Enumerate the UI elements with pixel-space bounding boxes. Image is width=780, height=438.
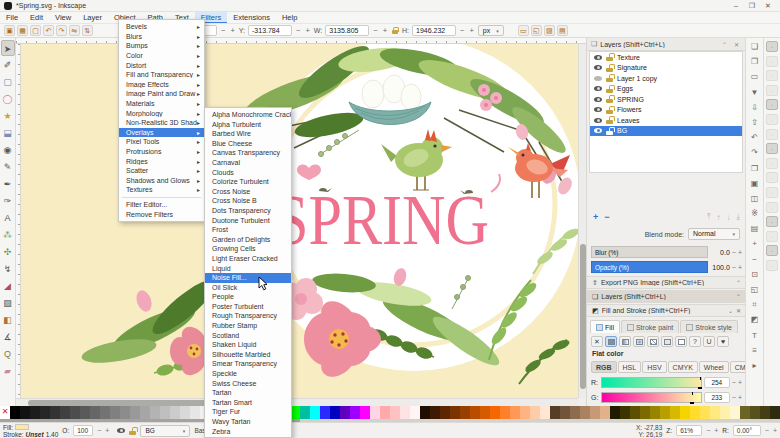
opacity-minus-button[interactable]: −: [732, 264, 736, 271]
menu-edit[interactable]: Edit: [24, 12, 49, 23]
palette-swatch[interactable]: [470, 406, 480, 419]
layer-visibility-toggle[interactable]: [594, 65, 602, 70]
color-tab-wheel[interactable]: Wheel: [699, 361, 729, 373]
menu-view[interactable]: View: [49, 12, 77, 23]
canvas[interactable]: SPRING: [21, 44, 578, 398]
overlays-menu-item[interactable]: Speckle: [205, 369, 291, 379]
overlays-menu-item[interactable]: Dots Transparency: [205, 206, 291, 216]
color-value-input[interactable]: 254: [704, 377, 730, 388]
overlays-menu-item[interactable]: Noise Fill...: [205, 273, 291, 283]
palette-swatch[interactable]: [160, 406, 170, 419]
overlays-menu-item[interactable]: Zebra: [205, 427, 291, 437]
layer-lock-toggle[interactable]: [606, 116, 613, 124]
clone-button[interactable]: ※: [748, 207, 762, 220]
value-minus-button[interactable]: −: [732, 379, 736, 386]
text-dialog-button[interactable]: T: [748, 329, 762, 342]
import-button[interactable]: ⇩: [748, 101, 762, 114]
color-tab-cmyk[interactable]: CMYK: [668, 361, 698, 373]
snap-path-intersection-toggle[interactable]: ·: [766, 129, 778, 140]
overlays-menu-item[interactable]: Light Eraser Cracked: [205, 254, 291, 264]
add-layer-button[interactable]: +: [593, 212, 598, 222]
filters-menu-item[interactable]: Image Effects▸: [119, 80, 204, 90]
palette-swatch[interactable]: [640, 406, 650, 419]
snap-smooth-node-toggle[interactable]: ·: [766, 158, 778, 169]
layers-panel-header[interactable]: ❏ Layers (Shift+Ctrl+L) ⌃ ✕: [587, 38, 745, 51]
overlays-menu-item[interactable]: Liquid: [205, 264, 291, 274]
blur-minus-button[interactable]: −: [732, 249, 736, 256]
rectangle-tool[interactable]: ▢: [1, 74, 15, 90]
palette-swatch[interactable]: [430, 406, 440, 419]
overlays-menu-item[interactable]: Alpha Turbulent: [205, 120, 291, 130]
filters-menu-item[interactable]: Materials▸: [119, 99, 204, 109]
layer-row[interactable]: Layer 1 copy: [590, 73, 742, 84]
text-tool[interactable]: A: [1, 210, 15, 226]
filters-menu-item[interactable]: Bevels▸: [119, 22, 204, 32]
xml-editor-button[interactable]: ⌗: [748, 298, 762, 311]
fill-stroke-header[interactable]: ◩ Fill and Stroke (Shift+Ctrl+F) ⌄ ✕: [587, 304, 746, 317]
palette-swatch[interactable]: [100, 406, 110, 419]
copy-button[interactable]: ❒: [748, 162, 762, 175]
tab-stroke-style[interactable]: Stroke style: [680, 320, 738, 333]
snap-nodes-toggle[interactable]: ·: [766, 99, 778, 110]
panel-collapse-button[interactable]: ⌃: [720, 41, 729, 48]
rotation-plus-button[interactable]: +: [773, 427, 777, 434]
snap-bbox-edge-toggle[interactable]: ·: [766, 70, 778, 81]
select-all-button[interactable]: ▣: [4, 25, 15, 36]
palette-swatch[interactable]: [360, 406, 370, 419]
snap-bbox-toggle[interactable]: ·: [766, 56, 778, 67]
palette-swatch[interactable]: [580, 406, 590, 419]
overlays-menu-item[interactable]: Rough Transparency: [205, 311, 291, 321]
menu-help[interactable]: Help: [276, 12, 303, 23]
palette-swatch[interactable]: [750, 406, 760, 419]
minimize-button[interactable]: –: [728, 0, 744, 11]
overlays-menu-item[interactable]: Alpha Monochrome Cracked: [205, 110, 291, 120]
palette-swatch[interactable]: [80, 406, 90, 419]
snap-cusp-node-toggle[interactable]: ·: [766, 143, 778, 154]
palette-swatch[interactable]: [770, 406, 780, 419]
flat-color-button[interactable]: [605, 336, 617, 347]
selector-tool[interactable]: ➤: [1, 40, 15, 56]
overlays-menu-item[interactable]: Tiger Fur: [205, 407, 291, 417]
swatch-heart-button[interactable]: ♥: [717, 336, 729, 347]
palette-swatch[interactable]: [180, 406, 190, 419]
palette-swatch[interactable]: [450, 406, 460, 419]
connector-tool[interactable]: ↯: [1, 261, 15, 277]
color-tab-hsl[interactable]: HSL: [618, 361, 642, 373]
layer-lock-toggle[interactable]: [606, 127, 613, 135]
palette-swatch[interactable]: [310, 406, 320, 419]
palette-swatch[interactable]: [140, 406, 150, 419]
more-button[interactable]: ▸: [748, 359, 762, 372]
layer-visibility-toggle[interactable]: [594, 118, 602, 123]
w-minus-button[interactable]: −: [372, 25, 378, 36]
pencil-tool[interactable]: ✎: [1, 159, 15, 175]
overlays-menu-item[interactable]: Tartan: [205, 388, 291, 398]
layer-row[interactable]: Eggs: [590, 84, 742, 95]
snap-bbox-corner-toggle[interactable]: ·: [766, 85, 778, 96]
color-slider[interactable]: [601, 377, 702, 388]
palette-swatch[interactable]: [680, 406, 690, 419]
palette-swatch[interactable]: [400, 406, 410, 419]
palette-swatch[interactable]: [600, 406, 610, 419]
palette-swatch[interactable]: [730, 406, 740, 419]
palette-swatch[interactable]: [410, 406, 420, 419]
overlays-menu-item[interactable]: Swiss Cheese: [205, 379, 291, 389]
zoom-minus-button[interactable]: −: [706, 427, 710, 434]
linear-gradient-button[interactable]: [619, 336, 631, 347]
color-tab-rgb[interactable]: RGB: [591, 361, 617, 373]
overlays-menu-item[interactable]: Garden of Delights: [205, 235, 291, 245]
opacity-minus-button[interactable]: −: [97, 427, 101, 434]
radial-gradient-button[interactable]: [633, 336, 645, 347]
layer-lock-toggle[interactable]: [606, 85, 613, 93]
eraser-tool[interactable]: ▰: [1, 363, 15, 379]
palette-swatch[interactable]: [20, 406, 30, 419]
palette-swatch[interactable]: [530, 406, 540, 419]
bucket-tool[interactable]: ◧: [1, 312, 15, 328]
filters-menu-item[interactable]: Pixel Tools▸: [119, 137, 204, 147]
overlays-menu-item[interactable]: Rubber Stamp: [205, 321, 291, 331]
flip-horizontal-button[interactable]: ⇋: [69, 25, 80, 36]
snap-rotation-center-toggle[interactable]: ·: [766, 202, 778, 213]
palette-swatch[interactable]: [620, 406, 630, 419]
overlays-menu-item[interactable]: Barbed Wire: [205, 129, 291, 139]
palette-swatch[interactable]: [490, 406, 500, 419]
x-minus-button[interactable]: −: [220, 25, 226, 36]
